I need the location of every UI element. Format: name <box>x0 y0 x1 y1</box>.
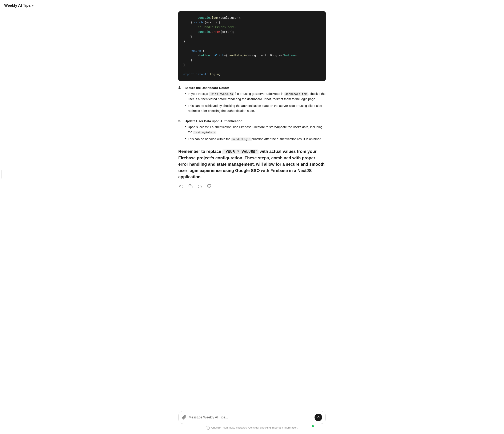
svg-rect-1 <box>190 186 192 188</box>
bullet-text: Upon successful authentication, use Fire… <box>188 124 326 135</box>
header: Weekly AI Tips ▾ <box>0 0 504 11</box>
bullet-dot <box>185 126 186 127</box>
action-icons-bar <box>178 183 326 189</box>
step-title: Update User Data upon Authentication: <box>185 119 326 123</box>
step-title: Secure the Dashboard Route: <box>185 86 326 90</box>
attach-button[interactable] <box>182 415 187 420</box>
list-item: In your Next.js _middleware.ts file or u… <box>185 91 326 102</box>
summary-block: Remember to replace "YOUR_*_VALUES" with… <box>178 148 326 180</box>
step-number: 5. <box>178 119 182 143</box>
bullet-text: This can be achieved by checking the aut… <box>188 103 326 113</box>
bottom-bar: i ChatGPT can make mistakes. Consider ch… <box>0 408 504 434</box>
status-dot <box>312 425 314 427</box>
bullet-dot <box>185 105 186 106</box>
step-content: Secure the Dashboard Route: In your Next… <box>185 86 326 115</box>
step-content: Update User Data upon Authentication: Up… <box>185 119 326 143</box>
bullet-list: Upon successful authentication, use Fire… <box>185 124 326 142</box>
bullet-list: In your Next.js _middleware.ts file or u… <box>185 91 326 113</box>
regenerate-icon[interactable] <box>197 183 203 189</box>
list-item: Upon successful authentication, use Fire… <box>185 124 326 135</box>
steps-list: 4. Secure the Dashboard Route: In your N… <box>178 86 326 143</box>
disclaimer-text: i ChatGPT can make mistakes. Consider ch… <box>178 426 326 430</box>
code-block: console.log(result.user); } catch (error… <box>178 11 326 81</box>
speaker-icon[interactable] <box>178 183 184 189</box>
svg-marker-0 <box>180 185 181 188</box>
bullet-dot <box>185 93 186 94</box>
step-number: 4. <box>178 86 182 115</box>
app-title: Weekly AI Tips <box>4 3 31 8</box>
chevron-down-icon[interactable]: ▾ <box>32 4 34 7</box>
info-icon: i <box>206 426 210 430</box>
list-item: 5. Update User Data upon Authentication:… <box>178 119 326 143</box>
bullet-text: This can be handled within the handleLog… <box>188 137 322 142</box>
bullet-dot <box>185 138 186 139</box>
main-content: console.log(result.user); } catch (error… <box>0 11 504 408</box>
input-container: i ChatGPT can make mistakes. Consider ch… <box>178 411 326 430</box>
thumbs-down-icon[interactable] <box>206 183 212 189</box>
send-button[interactable] <box>315 414 322 421</box>
content-body: 4. Secure the Dashboard Route: In your N… <box>178 86 326 189</box>
list-item: 4. Secure the Dashboard Route: In your N… <box>178 86 326 115</box>
list-item: This can be achieved by checking the aut… <box>185 103 326 113</box>
bullet-text: In your Next.js _middleware.ts file or u… <box>188 91 326 102</box>
list-item: This can be handled within the handleLog… <box>185 137 326 142</box>
scroll-indicator <box>1 170 1 179</box>
copy-icon[interactable] <box>188 183 193 189</box>
message-input-wrapper <box>178 411 326 424</box>
message-input[interactable] <box>189 416 312 419</box>
